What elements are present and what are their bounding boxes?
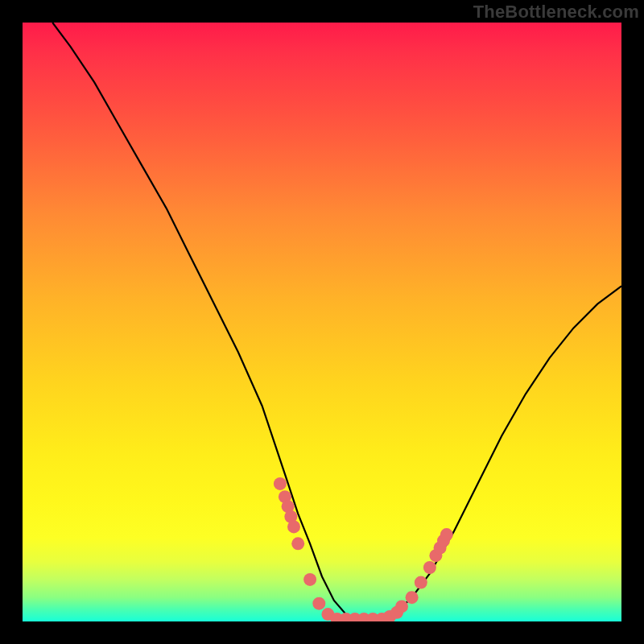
chart-svg (23, 23, 621, 621)
highlight-dot (415, 576, 427, 589)
highlight-dot (287, 520, 300, 533)
highlight-dot (395, 600, 408, 613)
highlight-dot (312, 597, 325, 610)
highlight-dot (303, 573, 316, 586)
highlight-dot (440, 528, 453, 541)
bottleneck-curve (52, 23, 621, 621)
chart-frame: TheBottleneck.com (0, 0, 644, 644)
highlight-dot (423, 561, 436, 574)
plot-area (23, 23, 621, 621)
highlight-dot (274, 477, 287, 490)
watermark-text: TheBottleneck.com (473, 2, 639, 23)
highlight-dot (406, 591, 419, 604)
highlight-dot (291, 537, 304, 550)
highlight-dots (274, 477, 453, 621)
